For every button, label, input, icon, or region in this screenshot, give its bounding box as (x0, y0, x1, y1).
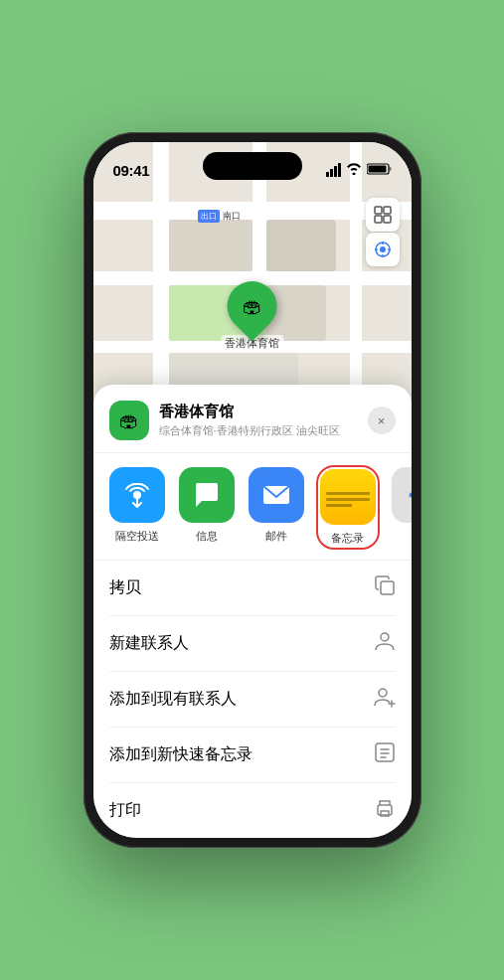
action-print-label: 打印 (109, 800, 141, 821)
quick-note-icon (374, 741, 396, 768)
action-copy-label: 拷贝 (109, 577, 141, 598)
airdrop-label: 隔空投送 (115, 529, 159, 544)
action-new-contact[interactable]: 新建联系人 (109, 616, 396, 672)
svg-rect-1 (368, 165, 386, 172)
copy-icon (374, 574, 396, 601)
more-icon (392, 467, 412, 523)
share-item-notes[interactable]: 备忘录 (318, 467, 378, 548)
pin-circle: 🏟 (217, 271, 287, 342)
svg-rect-20 (381, 581, 394, 594)
svg-point-13 (133, 491, 141, 499)
action-new-contact-label: 新建联系人 (109, 633, 189, 654)
svg-rect-29 (378, 805, 392, 815)
wifi-icon (346, 163, 362, 178)
map-label: 出口 南口 (198, 210, 241, 223)
venue-desc: 综合体育馆·香港特别行政区 油尖旺区 (159, 423, 368, 438)
svg-rect-5 (375, 216, 382, 223)
battery-icon (367, 163, 392, 178)
new-contact-icon (374, 630, 396, 657)
share-item-airdrop[interactable]: 隔空投送 (109, 467, 165, 548)
share-item-messages[interactable]: 信息 (179, 467, 235, 548)
action-list: 拷贝 新建联系人 (93, 561, 412, 838)
signal-icon (326, 163, 341, 177)
svg-rect-25 (376, 743, 394, 761)
svg-rect-4 (384, 207, 391, 214)
share-item-more[interactable]: 推 (392, 467, 412, 548)
dynamic-island (203, 152, 302, 180)
map-pin: 🏟 香港体育馆 (221, 281, 283, 352)
action-quick-note-label: 添加到新快速备忘录 (109, 744, 252, 765)
share-item-mail[interactable]: 邮件 (249, 467, 304, 548)
svg-point-21 (381, 633, 389, 641)
messages-label: 信息 (196, 529, 218, 544)
map-controls (366, 198, 400, 266)
venue-info: 香港体育馆 综合体育馆·香港特别行政区 油尖旺区 (159, 403, 368, 438)
action-copy[interactable]: 拷贝 (109, 561, 396, 616)
notes-label: 备忘录 (331, 531, 364, 546)
svg-point-7 (380, 246, 386, 252)
notes-icon (320, 469, 376, 525)
map-view-toggle[interactable] (366, 198, 400, 232)
phone-screen: 09:41 (93, 142, 412, 838)
venue-name: 香港体育馆 (159, 403, 368, 421)
action-print[interactable]: 打印 (109, 783, 396, 838)
mail-icon (249, 467, 304, 523)
venue-header: 🏟 香港体育馆 综合体育馆·香港特别行政区 油尖旺区 × (93, 385, 412, 453)
svg-point-16 (409, 493, 412, 498)
action-quick-note[interactable]: 添加到新快速备忘录 (109, 728, 396, 783)
svg-rect-30 (381, 811, 389, 816)
svg-rect-2 (389, 167, 391, 171)
svg-rect-6 (384, 216, 391, 223)
location-button[interactable] (366, 233, 400, 266)
map-label-text: 南口 (223, 210, 241, 223)
svg-point-22 (379, 689, 387, 697)
share-row: 隔空投送 信息 (93, 453, 412, 561)
messages-icon (179, 467, 235, 523)
bottom-sheet: 🏟 香港体育馆 综合体育馆·香港特别行政区 油尖旺区 × (93, 385, 412, 838)
venue-icon: 🏟 (109, 401, 149, 440)
add-contact-icon (374, 686, 396, 713)
mail-label: 邮件 (265, 529, 287, 544)
status-icons (326, 163, 392, 178)
action-add-existing[interactable]: 添加到现有联系人 (109, 672, 396, 728)
map-exit-badge: 出口 (198, 210, 220, 223)
close-button[interactable]: × (368, 407, 396, 434)
airdrop-icon (109, 467, 165, 523)
svg-rect-3 (375, 207, 382, 214)
print-icon (374, 797, 396, 824)
action-add-existing-label: 添加到现有联系人 (109, 689, 237, 710)
pin-inner-icon: 🏟 (243, 295, 262, 318)
status-time: 09:41 (113, 162, 150, 179)
phone-frame: 09:41 (84, 132, 421, 848)
